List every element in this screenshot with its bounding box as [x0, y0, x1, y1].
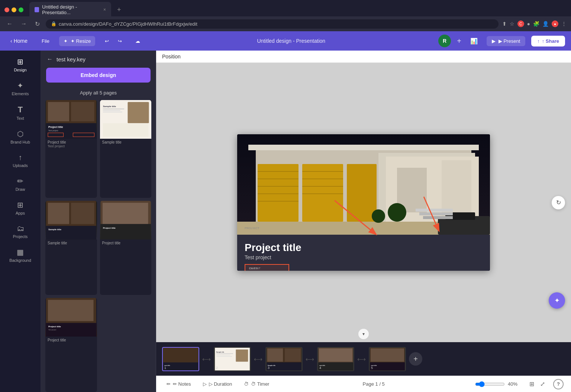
panel-back-btn[interactable]: ←	[47, 56, 53, 62]
red-circle-icon[interactable]: ●	[552, 20, 558, 27]
film-sep-4: ⟷	[357, 356, 366, 363]
help-btn[interactable]: ?	[553, 379, 564, 389]
address-input[interactable]: 🔒 canva.com/design/DAFo_dYZCgc/PIGjdHWlh…	[46, 19, 499, 29]
expand-canvas-btn[interactable]: ▾	[358, 329, 369, 339]
fullscreen-btn[interactable]: ⤢	[538, 379, 547, 389]
new-tab-btn[interactable]: +	[114, 5, 124, 15]
sidebar-label-uploads: Uploads	[13, 163, 28, 168]
duration-btn[interactable]: ▷ ▷ Duration	[200, 380, 235, 388]
svg-rect-13	[103, 110, 120, 111]
svg-rect-14	[103, 112, 122, 112]
back-btn[interactable]: ←	[4, 20, 15, 28]
filmstrip-thumb-3[interactable]: Sample title 3	[265, 347, 303, 371]
sidebar-item-design[interactable]: ⊞ Design	[4, 54, 37, 76]
sidebar-item-background[interactable]: ▦ Background	[4, 244, 37, 266]
redo-btn[interactable]: ↪	[114, 36, 126, 46]
bookmark-icon[interactable]: ☆	[510, 21, 514, 27]
svg-text:Test project: Test project	[48, 129, 58, 132]
filmstrip-thumb-1[interactable]: cont title 1	[162, 347, 199, 371]
home-btn[interactable]: ‹ Home	[6, 36, 32, 46]
svg-rect-29	[48, 300, 94, 321]
canvas-toolbar: Position	[156, 51, 571, 63]
tab-title: Untitled design - Presentatio...	[42, 4, 99, 15]
share-icon[interactable]: ⬆	[502, 21, 507, 27]
avatar-btn[interactable]: R	[438, 35, 451, 47]
sidebar-item-apps[interactable]: ⊞ Apps	[4, 197, 37, 219]
sidebar-item-elements[interactable]: ✦ Elements	[4, 77, 37, 100]
menu-icon[interactable]: ⋮	[561, 21, 567, 27]
embed-design-btn[interactable]: Embed design	[46, 68, 151, 83]
elements-icon: ✦	[17, 81, 23, 90]
svg-rect-12	[103, 109, 124, 109]
svg-rect-56	[419, 212, 453, 215]
add-collaborator-btn[interactable]: +	[457, 37, 461, 45]
film-num-2: 2	[216, 366, 218, 370]
template-card-1[interactable]: Project title Test project Project title…	[45, 100, 97, 198]
film-num-3: 3	[268, 366, 270, 370]
sidebar-item-text[interactable]: T Text	[4, 101, 37, 124]
svg-rect-85	[370, 362, 405, 370]
star-icon: ✦	[64, 38, 68, 44]
file-btn[interactable]: File	[38, 36, 53, 46]
active-tab[interactable]: Untitled design - Presentatio... ×	[29, 2, 111, 17]
magic-ai-btn[interactable]: ✦	[549, 292, 565, 309]
sidebar-item-uploads[interactable]: ↑ Uploads	[4, 150, 37, 171]
cloud-save-btn[interactable]: ☁	[132, 36, 144, 46]
address-icons: ⬆ ☆ C ● 🧩 👤 ● ⋮	[502, 20, 567, 27]
sidebar-item-draw[interactable]: ✏ Draw	[4, 173, 37, 195]
present-btn[interactable]: ▶ ▶ Present	[487, 36, 525, 46]
minimize-window-btn[interactable]	[12, 7, 16, 12]
svg-rect-68	[216, 353, 233, 354]
template-card-3[interactable]: Sample title Sample title	[45, 201, 97, 295]
svg-rect-84	[371, 348, 404, 362]
filmstrip-thumb-4[interactable]: cont title 4	[317, 347, 354, 371]
client-value: NA ME	[249, 270, 285, 271]
sidebar-item-brand-hub[interactable]: ⬡ Brand Hub	[4, 126, 37, 148]
share-btn[interactable]: ↑ ↑ Share	[531, 36, 565, 46]
profile-icon[interactable]: 👤	[542, 21, 549, 27]
maximize-window-btn[interactable]	[19, 7, 23, 12]
canva-ext-icon[interactable]: C	[517, 20, 524, 27]
sidebar-label-text: Text	[16, 116, 24, 121]
template-card-5[interactable]: Project title Test project Project title	[45, 298, 97, 392]
svg-rect-39	[347, 164, 377, 222]
analytics-btn[interactable]: 📊	[467, 35, 481, 47]
timer-btn[interactable]: ⏱ ⏱ Timer	[241, 380, 272, 388]
zoom-slider[interactable]	[475, 381, 505, 387]
tab-close-btn[interactable]: ×	[103, 7, 106, 12]
resize-btn[interactable]: ✦ ✦ Resize	[59, 36, 95, 46]
svg-rect-70	[216, 356, 232, 356]
ext-icon[interactable]: 🧩	[533, 21, 539, 27]
canvas-main[interactable]: PROJ ECT Project title Test project DA T…	[156, 63, 571, 342]
forward-btn[interactable]: →	[19, 20, 29, 28]
sidebar-label-draw: Draw	[16, 187, 25, 192]
color-icon[interactable]: ●	[527, 21, 530, 27]
status-bar: ✏ ✏ Notes ▷ ▷ Duration ⏱ ⏱ Timer Page 1 …	[156, 376, 571, 392]
page-info: Page 1 / 5	[278, 381, 469, 387]
filmstrip-thumb-5[interactable]: cont title 5	[369, 347, 406, 371]
slide-image	[237, 134, 490, 235]
template-card-2[interactable]: Sample title Sample title	[100, 100, 152, 198]
sidebar-label-projects: Projects	[13, 234, 28, 239]
slide-title: Project title	[245, 241, 483, 254]
apply-all-label: Apply all 5 pages	[41, 88, 156, 100]
add-page-btn[interactable]: +	[409, 352, 422, 366]
magic-icon: ✦	[554, 296, 560, 305]
refresh-layout-btn[interactable]: ↻	[552, 196, 565, 209]
sidebar-item-projects[interactable]: 🗂 Projects	[4, 221, 37, 242]
template-card-4[interactable]: Project title Project title	[100, 201, 152, 295]
undo-btn[interactable]: ↩	[101, 36, 113, 46]
filmstrip-thumb-2[interactable]: Sample title 2	[214, 347, 251, 371]
notes-icon: ✏	[167, 381, 171, 387]
notes-btn[interactable]: ✏ ✏ Notes	[164, 380, 194, 388]
template-label-5: Project title	[45, 337, 97, 344]
close-window-btn[interactable]	[4, 7, 9, 12]
refresh-btn[interactable]: ↻	[33, 20, 42, 28]
uploads-icon: ↑	[19, 153, 22, 162]
projects-icon: 🗂	[17, 224, 24, 233]
grid-view-btn[interactable]: ⊞	[527, 379, 536, 389]
sidebar-label-apps: Apps	[16, 211, 25, 215]
tab-bar: Untitled design - Presentatio... × +	[0, 0, 571, 16]
brand-hub-icon: ⬡	[17, 129, 23, 138]
refresh-icon: ↻	[556, 199, 561, 206]
